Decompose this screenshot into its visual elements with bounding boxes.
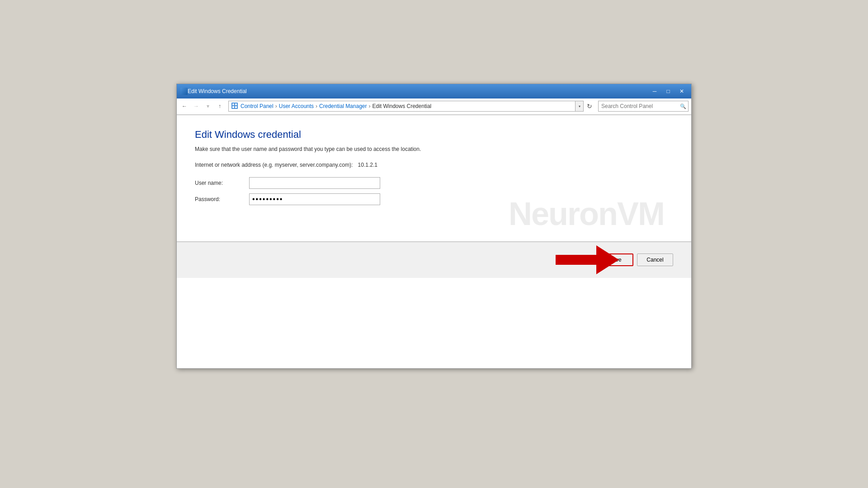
breadcrumb-sep-2: › [316, 103, 317, 109]
breadcrumb-current: Edit Windows Credential [373, 103, 432, 109]
address-group: Internet or network address (e.g. myserv… [195, 161, 673, 168]
dropdown-nav-button[interactable]: ▾ [203, 101, 213, 111]
breadcrumb-user-accounts[interactable]: User Accounts [279, 103, 314, 109]
refresh-button[interactable]: ↻ [585, 101, 594, 111]
password-label: Password: [195, 196, 249, 202]
username-row: User name: [195, 177, 673, 189]
bottom-space [177, 278, 691, 368]
up-button[interactable]: ↑ [215, 101, 225, 111]
search-box: 🔍 [598, 101, 689, 112]
maximize-button[interactable]: □ [662, 87, 674, 96]
back-button[interactable]: ← [179, 101, 189, 111]
address-dropdown-button[interactable]: ▾ [576, 101, 584, 112]
arrow-head [596, 245, 619, 274]
address-bar: ← → ▾ ↑ Control Panel › User Accounts › … [177, 99, 691, 115]
window-icon [180, 88, 188, 95]
password-input[interactable] [249, 193, 380, 205]
breadcrumb-sep-3: › [369, 103, 371, 109]
main-window: Edit Windows Credential ─ □ ✕ ← → ▾ ↑ Co… [176, 84, 692, 369]
breadcrumb-control-panel[interactable]: Control Panel [241, 103, 274, 109]
window-title: Edit Windows Credential [188, 88, 649, 94]
footer-area: Save Cancel [177, 242, 691, 278]
minimize-button[interactable]: ─ [649, 87, 660, 96]
address-label: Internet or network address (e.g. myserv… [195, 162, 377, 168]
svg-rect-3 [232, 106, 234, 108]
svg-rect-2 [235, 103, 237, 105]
page-title: Edit Windows credential [195, 129, 673, 141]
page-description: Make sure that the user name and passwor… [195, 146, 673, 152]
window-controls: ─ □ ✕ [649, 87, 688, 96]
breadcrumb-sep-1: › [275, 103, 277, 109]
breadcrumb-credential-manager[interactable]: Credential Manager [319, 103, 367, 109]
svg-rect-1 [232, 103, 234, 105]
cancel-button[interactable]: Cancel [637, 253, 673, 266]
arrow-annotation [556, 245, 619, 274]
username-label: User name: [195, 180, 249, 186]
address-value: 10.1.2.1 [358, 162, 377, 168]
search-button[interactable]: 🔍 [678, 101, 688, 111]
red-arrow [556, 245, 619, 274]
breadcrumb-icon [231, 103, 238, 110]
username-input[interactable] [249, 177, 380, 189]
close-button[interactable]: ✕ [676, 87, 688, 96]
forward-button[interactable]: → [191, 101, 201, 111]
search-input[interactable] [599, 101, 678, 111]
password-row: Password: [195, 193, 673, 205]
title-bar: Edit Windows Credential ─ □ ✕ [177, 84, 691, 99]
content-area: Edit Windows credential Make sure that t… [177, 115, 691, 242]
svg-rect-4 [235, 106, 237, 108]
arrow-body [556, 255, 596, 265]
breadcrumb-bar: Control Panel › User Accounts › Credenti… [228, 101, 576, 112]
